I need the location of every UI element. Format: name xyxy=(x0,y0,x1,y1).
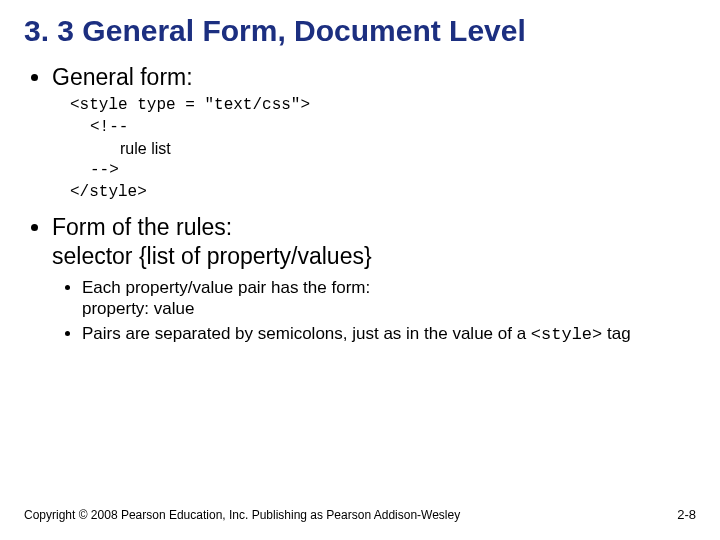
sub-bullet-property-value: Each property/value pair has the form: p… xyxy=(82,277,696,320)
inline-code: <style> xyxy=(531,325,602,344)
code-block: <style type = "text/css"> <!-- rule list… xyxy=(70,95,696,203)
content-list: General form: <style type = "text/css"> … xyxy=(24,63,696,346)
bullet-text: General form: xyxy=(52,64,193,90)
footer: Copyright © 2008 Pearson Education, Inc.… xyxy=(24,508,696,522)
page-number: 2-8 xyxy=(677,507,696,522)
bullet-text: selector {list of property/values} xyxy=(52,243,372,269)
copyright-text: Copyright © 2008 Pearson Education, Inc.… xyxy=(24,508,460,522)
bullet-form-of-rules: Form of the rules: selector {list of pro… xyxy=(52,213,696,345)
sub-bullet-semicolons: Pairs are separated by semicolons, just … xyxy=(82,323,696,345)
sub-bullet-text: tag xyxy=(602,324,630,343)
code-line: rule list xyxy=(70,138,696,160)
sub-bullet-text: Each property/value pair has the form: xyxy=(82,278,370,297)
sub-list: Each property/value pair has the form: p… xyxy=(52,277,696,346)
code-line: <style type = "text/css"> xyxy=(70,95,696,117)
slide: 3. 3 General Form, Document Level Genera… xyxy=(0,0,720,540)
sub-bullet-text: Pairs are separated by semicolons, just … xyxy=(82,324,531,343)
bullet-general-form: General form: <style type = "text/css"> … xyxy=(52,63,696,204)
sub-bullet-text: property: value xyxy=(82,299,194,318)
bullet-text: Form of the rules: xyxy=(52,214,232,240)
code-line: --> xyxy=(70,160,696,182)
code-line: </style> xyxy=(70,182,696,204)
code-line: <!-- xyxy=(70,117,696,139)
slide-title: 3. 3 General Form, Document Level xyxy=(24,14,696,49)
